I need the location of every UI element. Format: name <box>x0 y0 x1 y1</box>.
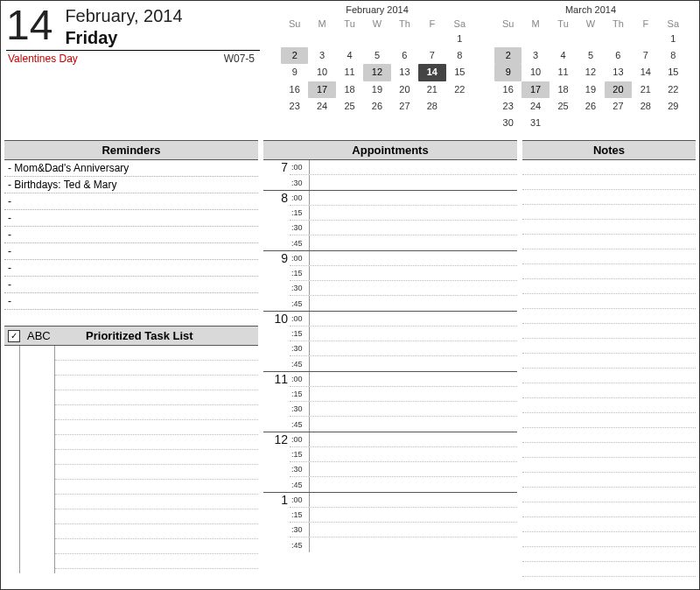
mini-calendar-day[interactable]: 28 <box>632 98 659 115</box>
mini-calendar-day[interactable]: 27 <box>391 98 418 115</box>
mini-calendar-day[interactable]: 14 <box>418 64 445 81</box>
note-line[interactable] <box>522 160 696 175</box>
task-row[interactable] <box>55 509 258 524</box>
reminder-line[interactable]: - <box>4 193 258 210</box>
appointment-slot[interactable]: :45 <box>290 356 517 371</box>
note-line[interactable] <box>522 205 696 220</box>
note-line[interactable] <box>522 458 696 473</box>
mini-calendar-day[interactable]: 15 <box>446 64 473 81</box>
mini-calendar-day[interactable]: 21 <box>632 81 659 98</box>
appointment-slot[interactable]: :45 <box>290 417 517 432</box>
mini-calendar-day[interactable]: 1 <box>660 31 687 47</box>
mini-calendar-day[interactable]: 17 <box>308 81 335 98</box>
appointment-slot[interactable]: :30 <box>290 221 517 235</box>
task-row[interactable] <box>55 361 258 376</box>
appointment-slot[interactable]: :15 <box>290 447 517 462</box>
mini-calendar-day[interactable]: 13 <box>391 64 418 81</box>
mini-calendar-day[interactable]: 20 <box>391 81 418 98</box>
mini-calendar-day[interactable]: 4 <box>550 47 577 64</box>
note-line[interactable] <box>522 473 696 488</box>
note-line[interactable] <box>522 428 696 443</box>
mini-calendar-day[interactable]: 23 <box>281 98 308 115</box>
task-row[interactable] <box>55 405 258 420</box>
task-row[interactable] <box>55 420 258 435</box>
mini-calendar-day[interactable]: 8 <box>660 47 687 64</box>
mini-calendar-day[interactable]: 24 <box>308 98 335 115</box>
appointment-slot[interactable]: :00 <box>290 312 517 327</box>
mini-calendar-day[interactable]: 8 <box>446 47 473 64</box>
mini-calendar-day[interactable]: 24 <box>522 98 549 115</box>
appointment-slot[interactable]: :45 <box>290 235 517 250</box>
mini-calendar-day[interactable]: 9 <box>494 64 522 81</box>
reminder-line[interactable]: - <box>4 277 258 293</box>
mini-calendar-day[interactable]: 19 <box>577 81 604 98</box>
appointment-slot[interactable]: :00 <box>290 191 517 206</box>
appointment-slot[interactable]: :30 <box>290 175 517 190</box>
task-row[interactable] <box>55 495 258 509</box>
mini-calendar-day[interactable]: 5 <box>363 47 390 64</box>
appointment-slot[interactable]: :00 <box>290 493 517 508</box>
mini-calendar-day[interactable]: 13 <box>605 64 632 81</box>
mini-calendar-day[interactable]: 18 <box>550 81 577 98</box>
note-line[interactable] <box>522 547 696 562</box>
task-row[interactable] <box>55 346 258 361</box>
mini-calendar-day[interactable]: 26 <box>363 98 390 115</box>
task-row[interactable] <box>55 554 258 569</box>
task-row[interactable] <box>55 450 258 465</box>
mini-calendar-day[interactable]: 17 <box>522 81 549 98</box>
mini-calendar-day[interactable]: 11 <box>336 64 363 81</box>
appointment-slot[interactable]: :30 <box>290 341 517 356</box>
task-row[interactable] <box>55 480 258 495</box>
note-line[interactable] <box>522 413 696 428</box>
mini-calendar-day[interactable]: 21 <box>418 81 445 98</box>
note-line[interactable] <box>522 294 696 309</box>
appointment-slot[interactable]: :45 <box>290 296 517 311</box>
note-line[interactable] <box>522 339 696 354</box>
appointment-slot[interactable]: :45 <box>290 537 517 552</box>
mini-calendar-day[interactable]: 15 <box>660 64 687 81</box>
mini-calendar-day[interactable]: 6 <box>605 47 632 64</box>
note-line[interactable] <box>522 562 696 577</box>
note-line[interactable] <box>522 324 696 339</box>
note-line[interactable] <box>522 577 696 590</box>
mini-calendar-day[interactable]: 5 <box>577 47 604 64</box>
mini-calendar-day[interactable]: 16 <box>281 81 308 98</box>
reminder-line[interactable]: - Birthdays: Ted & Mary <box>4 177 258 193</box>
note-line[interactable] <box>522 398 696 413</box>
note-line[interactable] <box>522 279 696 294</box>
note-line[interactable] <box>522 443 696 458</box>
note-line[interactable] <box>522 354 696 369</box>
mini-calendar-day[interactable]: 28 <box>418 98 445 115</box>
note-line[interactable] <box>522 235 696 249</box>
note-line[interactable] <box>522 383 696 398</box>
reminder-line[interactable]: - <box>4 243 258 260</box>
note-line[interactable] <box>522 309 696 324</box>
mini-calendar-day[interactable]: 4 <box>336 47 363 64</box>
mini-calendar-day[interactable]: 1 <box>446 31 473 47</box>
mini-calendar-day[interactable]: 10 <box>308 64 335 81</box>
mini-calendar-day[interactable]: 7 <box>632 47 659 64</box>
reminder-line[interactable]: - <box>4 260 258 277</box>
note-line[interactable] <box>522 175 696 190</box>
appointment-slot[interactable]: :15 <box>290 508 517 523</box>
note-line[interactable] <box>522 190 696 205</box>
mini-calendar-day[interactable]: 6 <box>391 47 418 64</box>
appointment-slot[interactable]: :15 <box>290 266 517 281</box>
mini-calendar-day[interactable]: 3 <box>522 47 549 64</box>
mini-calendar-day[interactable]: 25 <box>550 98 577 115</box>
mini-calendar-day[interactable]: 19 <box>363 81 390 98</box>
appointment-slot[interactable]: :30 <box>290 523 517 537</box>
mini-calendar-day[interactable]: 26 <box>577 98 604 115</box>
appointment-slot[interactable]: :00 <box>290 160 517 175</box>
mini-calendar-day[interactable]: 30 <box>494 115 522 131</box>
mini-calendar-day[interactable]: 14 <box>632 64 659 81</box>
note-line[interactable] <box>522 517 696 532</box>
mini-calendar-day[interactable]: 12 <box>363 64 390 81</box>
reminder-line[interactable]: - <box>4 210 258 227</box>
note-line[interactable] <box>522 502 696 517</box>
mini-calendar-day[interactable]: 23 <box>494 98 522 115</box>
task-row[interactable] <box>55 390 258 405</box>
mini-calendar-day[interactable]: 7 <box>418 47 445 64</box>
appointment-slot[interactable]: :30 <box>290 281 517 296</box>
note-line[interactable] <box>522 220 696 235</box>
